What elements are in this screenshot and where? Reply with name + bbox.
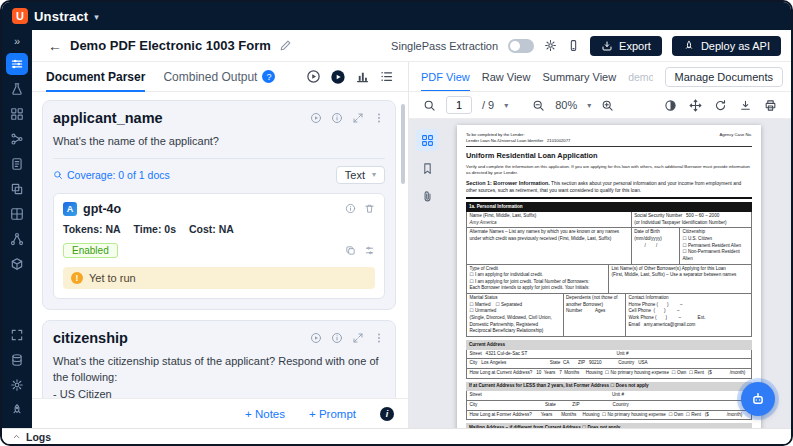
prompt-question[interactable]: What's the name of the applicant?: [53, 133, 385, 150]
more-icon[interactable]: [373, 112, 385, 124]
rotate-icon[interactable]: [714, 99, 727, 112]
pdf-credit-type-cell: Type of Credit ☐ I am applying for indiv…: [467, 265, 609, 294]
sidebar-expand-icon[interactable]: »: [14, 33, 20, 51]
sidebar-item-workflows[interactable]: [6, 128, 28, 150]
pdf-dob-cell: Date of Birth (mm/dd/yyyy) / /: [632, 228, 680, 263]
sidebar-item-data[interactable]: [6, 349, 28, 371]
prompt-list-icon[interactable]: [379, 69, 394, 84]
download-icon[interactable]: [739, 99, 752, 112]
assistant-chat-button[interactable]: [741, 382, 775, 416]
prompt-title: citizenship: [53, 330, 128, 346]
llm-info-icon[interactable]: [345, 203, 356, 214]
scrollbar[interactable]: [401, 104, 405, 184]
prompt-card-applicant-name: applicant_name What's the name of the ap…: [42, 100, 396, 310]
mobile-preview-icon[interactable]: [567, 39, 580, 52]
sidebar-item-settings[interactable]: [6, 374, 28, 396]
coverage-link[interactable]: Coverage: 0 of 1 docs: [53, 169, 170, 181]
unstract-logo: U: [12, 8, 28, 24]
sidebar-item-documents[interactable]: [6, 153, 28, 175]
prompt-panel: Document Parser Combined Output ?: [32, 62, 409, 428]
pdf-altnames-cell: Alternate Names – List any names by whic…: [467, 228, 632, 263]
info-circle-icon[interactable]: [380, 407, 394, 421]
pdf-former-street: Street Unit #: [467, 391, 751, 400]
status-text: Yet to run: [89, 272, 136, 284]
pan-icon[interactable]: [689, 99, 702, 112]
info-icon[interactable]: [331, 112, 343, 124]
expand-corners-icon: [10, 328, 24, 342]
help-badge[interactable]: ?: [262, 70, 275, 83]
attachments-icon[interactable]: [416, 185, 438, 207]
add-notes-link[interactable]: + Notes: [245, 408, 285, 420]
print-icon[interactable]: [764, 99, 777, 112]
search-icon: [53, 170, 63, 180]
zoom-out-icon[interactable]: [532, 99, 545, 112]
sidebar-item-tables[interactable]: [6, 203, 28, 225]
deploy-as-api-button[interactable]: Deploy as API: [672, 36, 781, 56]
tab-document-parser[interactable]: Document Parser: [46, 62, 145, 91]
logs-label: Logs: [26, 431, 51, 443]
app-window: U Unstract ▾ »: [0, 0, 793, 446]
enabled-badge: Enabled: [63, 243, 118, 258]
add-prompt-link[interactable]: + Prompt: [309, 408, 356, 420]
sidebar-item-tools[interactable]: [6, 178, 28, 200]
page-number-input[interactable]: 1: [446, 96, 472, 114]
contrast-icon[interactable]: [664, 99, 677, 112]
sidebar-item-pipelines[interactable]: [6, 228, 28, 250]
bookmarks-icon[interactable]: [416, 157, 438, 179]
tab-raw-view[interactable]: Raw View: [482, 62, 531, 91]
page-select-chevron-icon[interactable]: ▾: [504, 101, 508, 110]
tab-summary-view[interactable]: Summary View: [542, 62, 616, 91]
thumbnails-icon[interactable]: [416, 129, 438, 151]
pdf-page[interactable]: To be completed by the Lender: Lender Lo…: [457, 125, 761, 428]
sidebar-item-fullscreen[interactable]: [6, 324, 28, 346]
settings-gear-icon[interactable]: [544, 39, 557, 52]
pdf-form-intro: Verify and complete the information on t…: [466, 164, 752, 176]
prompt-question[interactable]: What's the citizenship status of the app…: [53, 353, 385, 399]
rocket-icon: [10, 403, 24, 417]
run-prompt-icon[interactable]: [310, 112, 322, 124]
sidebar-item-playground[interactable]: [6, 78, 28, 100]
pdf-bar-current-address: Current Address: [466, 340, 752, 350]
run-all-prompts-icon[interactable]: [306, 69, 321, 84]
pdf-side-tools: [416, 129, 438, 207]
table-icon: [10, 207, 24, 221]
pdf-former-howlong: How Long at Former Address? Years Months…: [467, 411, 751, 420]
pdf-name-cell: Name (First, Middle, Last, Suffix) Amy A…: [467, 212, 632, 227]
expand-icon[interactable]: [352, 332, 364, 344]
llm-delete-icon[interactable]: [364, 203, 375, 214]
edit-title-icon[interactable]: [279, 39, 292, 52]
singlepass-toggle[interactable]: [508, 39, 534, 53]
expand-icon[interactable]: [352, 112, 364, 124]
output-type-select[interactable]: Text ▾: [336, 166, 385, 184]
sidebar-item-apps[interactable]: [6, 103, 28, 125]
coverage-chart-icon[interactable]: [355, 69, 370, 84]
cube-icon: [10, 257, 24, 271]
brand-chevron-icon[interactable]: ▾: [94, 12, 99, 22]
zoom-in-icon[interactable]: [601, 99, 614, 112]
export-button[interactable]: Export: [590, 36, 662, 56]
llm-settings-icon[interactable]: [364, 245, 375, 256]
document-panel: PDF View Raw View Summary View demo_pdf_…: [409, 62, 791, 428]
manage-documents-button[interactable]: Manage Documents: [665, 67, 783, 87]
tab-combined-output[interactable]: Combined Output ?: [163, 62, 275, 91]
prompt-card-citizenship: citizenship What's the citizenship statu…: [42, 320, 396, 399]
run-prompt-icon[interactable]: [310, 332, 322, 344]
logs-bar[interactable]: Logs: [2, 428, 791, 444]
prompt-panel-tabs: Document Parser Combined Output ?: [32, 62, 408, 92]
search-icon[interactable]: [423, 99, 436, 112]
tab-pdf-view[interactable]: PDF View: [421, 62, 470, 91]
info-icon[interactable]: [331, 332, 343, 344]
back-button[interactable]: ←: [48, 38, 62, 54]
bot-icon: [749, 390, 767, 408]
singlepass-label: SinglePass Extraction: [391, 40, 498, 52]
pdf-form-title: Uniform Residential Loan Application: [466, 151, 752, 162]
more-icon[interactable]: [373, 332, 385, 344]
sidebar-item-prompt-studio[interactable]: [6, 53, 28, 75]
sidebar-item-deployments[interactable]: [6, 253, 28, 275]
copy-icon[interactable]: [345, 245, 356, 256]
deploy-label: Deploy as API: [701, 40, 770, 52]
run-all-filled-icon[interactable]: [330, 69, 346, 85]
zoom-select-chevron-icon[interactable]: ▾: [587, 101, 591, 110]
zoom-level[interactable]: 80%: [555, 99, 577, 111]
sidebar-item-deploy[interactable]: [6, 399, 28, 421]
